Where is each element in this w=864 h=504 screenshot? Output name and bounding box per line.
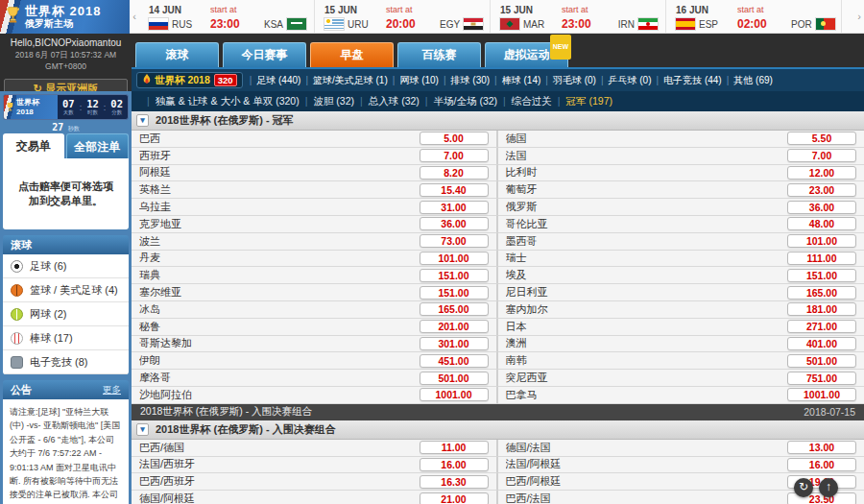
- odds-button[interactable]: 401.00: [787, 337, 856, 350]
- nav-tab[interactable]: 今日赛事: [223, 42, 306, 67]
- odds-button[interactable]: 165.00: [787, 286, 856, 300]
- team-name: 阿根廷: [139, 165, 420, 180]
- carousel-prev-icon[interactable]: ‹: [130, 0, 139, 33]
- odds-button[interactable]: 21.00: [420, 492, 489, 504]
- odds-button[interactable]: 301.00: [420, 337, 489, 350]
- collapse-chevron-icon[interactable]: ▾: [136, 114, 149, 127]
- tab-trade-slip[interactable]: 交易单: [3, 133, 64, 158]
- sports-nav-item[interactable]: 其他 (69): [722, 75, 773, 85]
- team-name: 哥斯达黎加: [139, 336, 420, 350]
- odds-button[interactable]: 751.00: [787, 372, 856, 385]
- odds-button[interactable]: 15.40: [420, 183, 489, 197]
- odds-cell: 西班牙 7.00: [132, 148, 498, 165]
- tab-all-bets[interactable]: 全部注单: [66, 133, 130, 158]
- sports-nav-item[interactable]: 电子竞技 (44): [652, 75, 722, 85]
- odds-button[interactable]: 8.20: [420, 166, 489, 180]
- sports-nav-item[interactable]: 网球 (10): [388, 75, 439, 85]
- away-flag-icon: [638, 18, 658, 30]
- odds-button[interactable]: 48.00: [787, 217, 856, 230]
- sports-nav-item[interactable]: 乒乓球 (0): [596, 75, 652, 85]
- odds-button[interactable]: 36.00: [787, 201, 856, 214]
- trophy-icon: [6, 102, 14, 113]
- odds-button[interactable]: 1001.00: [787, 388, 856, 401]
- match-time: 20:00: [386, 17, 440, 31]
- match-time: 23:00: [562, 17, 615, 31]
- odds-button[interactable]: 12.00: [787, 166, 856, 180]
- sports-nav-item[interactable]: 羽毛球 (0): [540, 75, 596, 85]
- live-sport-item[interactable]: 足球 (6): [3, 254, 129, 278]
- live-sport-item[interactable]: 篮球 / 美式足球 (4): [3, 278, 129, 302]
- market-nav-item[interactable]: 综合过关: [497, 95, 552, 108]
- worldcup-featured-link[interactable]: 世界杯 2018 320: [136, 72, 243, 88]
- sports-nav-item[interactable]: 棒球 (14): [490, 75, 540, 85]
- odds-button[interactable]: 151.00: [420, 269, 489, 282]
- odds-button[interactable]: 101.00: [787, 234, 856, 248]
- carousel-next-icon[interactable]: ›: [854, 0, 864, 33]
- odds-button[interactable]: 501.00: [420, 372, 489, 385]
- odds-button[interactable]: 16.30: [420, 475, 489, 489]
- team-name: 伊朗: [139, 353, 420, 368]
- odds-button[interactable]: 31.00: [420, 201, 489, 214]
- odds-cell: 突尼西亚 751.00: [498, 370, 864, 387]
- team-name: 比利时: [506, 165, 788, 180]
- nav-tab[interactable]: 百练赛: [397, 42, 481, 67]
- sports-nav-item[interactable]: 足球 (440): [245, 75, 301, 85]
- odds-button[interactable]: 36.00: [420, 217, 489, 230]
- match-card[interactable]: 16 JUN start at ESP 02:00 POR: [666, 0, 842, 33]
- live-sport-item[interactable]: 棒球 (17): [3, 326, 129, 350]
- odds-button[interactable]: 101.00: [420, 252, 489, 265]
- sports-nav-item[interactable]: 篮球/美式足球 (1): [300, 75, 387, 85]
- odds-button[interactable]: 13.00: [787, 441, 856, 454]
- nav-tab[interactable]: 虚拟运动 NEW: [485, 42, 568, 67]
- odds-button[interactable]: 11.00: [420, 441, 489, 454]
- nav-tab[interactable]: 滚球: [135, 42, 219, 67]
- announcement-more-link[interactable]: 更多: [103, 380, 121, 399]
- sport-icon: [11, 356, 23, 369]
- market-nav-item[interactable]: 波胆 (32): [300, 95, 354, 108]
- odds-button[interactable]: 201.00: [420, 320, 489, 333]
- odds-button[interactable]: 1001.00: [420, 388, 489, 401]
- odds-button[interactable]: 16.00: [787, 458, 856, 471]
- match-start-label: start at: [562, 5, 615, 14]
- nav-tab[interactable]: 早盘: [310, 42, 394, 67]
- match-card[interactable]: 15 JUN start at MAR 23:00 IRN: [491, 0, 666, 33]
- odds-button[interactable]: 165.00: [420, 302, 489, 316]
- bet-slip-message: 点击赔率便可将选项加到交易单里。: [3, 158, 129, 229]
- match-card[interactable]: 15 JUN start at URU 20:00 EGY: [315, 0, 491, 33]
- odds-button[interactable]: 111.00: [787, 252, 856, 265]
- announcement-panel: 公告 更多 请注意:[足球] "亚特兰大联 (中) -vs- 亚勒斯顿电池" […: [3, 380, 129, 504]
- bet-slip-panel: 交易单 全部注单 点击赔率便可将选项加到交易单里。: [3, 133, 129, 229]
- team-name: 澳洲: [506, 336, 788, 350]
- market-nav-item[interactable]: 冠军 (197): [552, 95, 612, 108]
- team-name: 埃及: [506, 268, 788, 282]
- odds-button[interactable]: 181.00: [787, 302, 856, 316]
- match-card[interactable]: 14 JUN start at RUS 23:00 KSA: [139, 0, 315, 33]
- back-to-top-button[interactable]: ↑: [819, 478, 838, 497]
- odds-button[interactable]: 501.00: [787, 354, 856, 368]
- odds-button[interactable]: 271.00: [787, 320, 856, 333]
- odds-button[interactable]: 7.00: [787, 149, 856, 162]
- odds-button[interactable]: 73.00: [420, 234, 489, 248]
- market-nav-item[interactable]: 半场/全场 (32): [420, 95, 497, 108]
- odds-button[interactable]: 151.00: [420, 286, 489, 300]
- sports-nav-item[interactable]: 排球 (30): [439, 75, 490, 85]
- main-tabs: 滚球 今日赛事 早盘 百练赛 虚拟运动 NEW: [132, 34, 864, 67]
- match-home-team: RUS: [149, 18, 210, 30]
- sport-icon: [11, 308, 23, 321]
- odds-button[interactable]: 5.00: [420, 132, 489, 145]
- odds-button[interactable]: 7.00: [420, 149, 489, 162]
- odds-cell: 英格兰 15.40: [132, 181, 498, 199]
- odds-button[interactable]: 5.50: [787, 132, 856, 145]
- odds-cell: 丹麦 101.00: [132, 251, 498, 268]
- market-nav-item[interactable]: 独赢 & 让球 & 大小 & 单双 (320): [141, 95, 300, 108]
- refresh-button[interactable]: ↻: [794, 478, 813, 497]
- odds-button[interactable]: 151.00: [787, 269, 856, 282]
- odds-button[interactable]: 451.00: [420, 354, 489, 368]
- market-nav-item[interactable]: 总入球 (32): [354, 95, 420, 108]
- odds-button[interactable]: 23.00: [787, 183, 856, 197]
- live-sport-item[interactable]: 电子竞技 (8): [3, 350, 129, 374]
- odds-cell: 哥伦比亚 48.00: [498, 216, 864, 233]
- live-sport-item[interactable]: 网球 (2): [3, 302, 129, 326]
- collapse-chevron-icon[interactable]: ▾: [136, 423, 149, 436]
- odds-button[interactable]: 16.00: [420, 458, 489, 471]
